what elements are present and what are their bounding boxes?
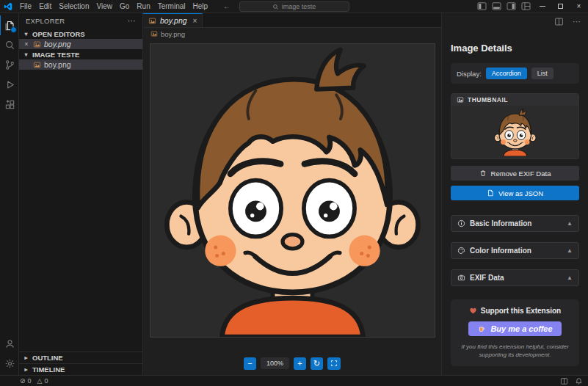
zoom-out-button[interactable]: − [244,357,256,370]
activity-run-debug[interactable] [0,75,18,95]
toggle-secondary-sidebar-icon[interactable] [504,0,518,12]
folder-section-image-teste[interactable]: ▾ IMAGE TESTE [19,49,142,59]
fit-to-screen-button[interactable] [327,357,341,370]
sidebar-bottom-sections: ▸ OUTLINE ▸ TIMELINE [19,352,142,375]
account-icon[interactable] [0,334,18,354]
menu-help[interactable]: Help [189,1,212,11]
breadcrumb-file-name: boy.png [161,30,185,38]
view-as-json-button[interactable]: View as JSON [451,186,579,200]
accordion-basic-information[interactable]: Basic Information ▲ [451,215,579,232]
chevron-up-icon: ▲ [567,247,573,254]
toggle-sidebar-icon[interactable] [474,0,489,12]
tab-boy-png[interactable]: boy.png × [143,13,203,27]
chevron-down-icon: ▾ [23,51,29,58]
status-bar: ⊘ 0 △ 0 [0,375,588,386]
chevron-right-icon: ▸ [23,366,29,373]
close-editor-icon[interactable]: × [23,40,30,48]
breadcrumb[interactable]: boy.png [143,28,441,40]
coffee-cup-icon [477,324,486,333]
back-arrow-icon[interactable]: ← [223,2,231,10]
camera-icon [457,274,465,282]
open-editor-file-name: boy.png [44,40,71,48]
thumbnail-label: THUMBNAIL [468,96,508,103]
editor-layout-icon[interactable] [560,377,568,385]
command-search-box[interactable]: image teste [239,1,349,12]
toggle-panel-icon[interactable] [489,0,504,12]
customize-layout-icon[interactable] [518,0,533,12]
close-tab-icon[interactable]: × [193,17,197,25]
image-file-icon [148,17,156,25]
menu-terminal[interactable]: Terminal [154,1,189,11]
json-file-icon [487,189,494,197]
support-note: If you find this extension helpful, cons… [457,343,573,359]
activity-bar-bottom [0,334,18,374]
chevron-down-icon: ▾ [23,31,29,37]
thumbnail-image[interactable] [451,106,578,159]
refresh-button[interactable]: ↻ [311,357,323,370]
main-area: EXPLORER ⋯ ▾ OPEN EDITORS × boy.png ▾ IM… [0,13,588,375]
menu-view[interactable]: View [93,1,117,11]
split-editor-icon[interactable] [554,17,564,26]
display-label: Display: [457,70,482,78]
accordion-exif-data[interactable]: EXIF Data ▲ [451,269,579,286]
sidebar-header: EXPLORER ⋯ [19,13,142,29]
menu-selection[interactable]: Selection [55,1,92,11]
zoom-level: 100% [261,357,289,369]
activity-extensions[interactable] [0,95,18,114]
timeline-section[interactable]: ▸ TIMELINE [19,363,142,375]
zoom-in-button[interactable]: + [294,357,306,370]
statusbar-right [560,377,583,385]
outline-section[interactable]: ▸ OUTLINE [19,352,142,363]
tree-file-name: boy.png [44,60,71,69]
image-file-icon [33,61,41,69]
open-editors-section[interactable]: ▾ OPEN EDITORS [19,29,142,39]
menu-edit[interactable]: Edit [35,1,55,11]
image-boy-png[interactable] [150,43,435,338]
vscode-window: File Edit Selection View Go Run Terminal… [0,0,588,386]
image-preview-stage [143,40,441,352]
buy-me-a-coffee-button[interactable]: Buy me a coffee [468,321,561,336]
problems-indicator[interactable]: ⊘ 0 △ 0 [20,377,48,385]
maximize-button[interactable] [551,0,570,12]
accordion-color-information[interactable]: Color Information ▲ [451,242,579,259]
settings-gear-icon[interactable] [0,354,18,374]
errors-count: 0 [28,377,32,385]
open-editor-item-boy-png[interactable]: × boy.png [19,39,142,49]
remove-exif-button[interactable]: Remove EXIF Data [451,166,579,181]
image-zoom-controls: − 100% + ↻ [143,352,441,375]
menu-file[interactable]: File [16,1,35,11]
chevron-up-icon: ▲ [567,220,573,227]
image-file-icon [150,30,158,37]
support-title: Support this Extension [481,307,561,315]
minimize-button[interactable] [533,0,551,12]
more-actions-icon[interactable]: ⋯ [128,16,136,26]
close-button[interactable]: × [570,0,588,12]
display-list-button[interactable]: List [531,68,553,79]
image-file-icon [33,40,41,48]
notifications-bell-icon[interactable] [575,377,583,385]
explorer-badge [10,26,17,33]
activity-source-control[interactable] [0,55,18,75]
editor-group: boy.png × boy.png − 100% + ↻ [143,13,441,375]
image-icon [457,96,464,103]
panel-toolbar: ⋯ [554,17,581,26]
display-accordion-button[interactable]: Accordion [486,68,527,79]
thumbnail-header: THUMBNAIL [451,94,578,106]
palette-icon [457,247,465,255]
tree-item-boy-png[interactable]: boy.png [19,59,142,70]
menu-run[interactable]: Run [133,1,153,11]
support-card: Support this Extension Buy me a coffee I… [451,299,579,366]
title-bar: File Edit Selection View Go Run Terminal… [0,0,588,13]
menu-go[interactable]: Go [116,1,133,11]
vscode-logo-icon [0,2,16,11]
display-mode-card: Display: Accordion List [451,63,579,84]
warnings-count: 0 [44,377,48,385]
support-title-row: Support this Extension [469,307,561,315]
activity-search[interactable] [0,35,18,55]
buy-me-a-coffee-label: Buy me a coffee [490,324,552,333]
accordion-group: Basic Information ▲ Color Information ▲ … [451,215,579,286]
chevron-right-icon: ▸ [23,354,29,361]
thumbnail-section: THUMBNAIL [451,93,579,159]
more-actions-icon[interactable]: ⋯ [573,17,581,26]
activity-explorer[interactable] [0,15,18,35]
